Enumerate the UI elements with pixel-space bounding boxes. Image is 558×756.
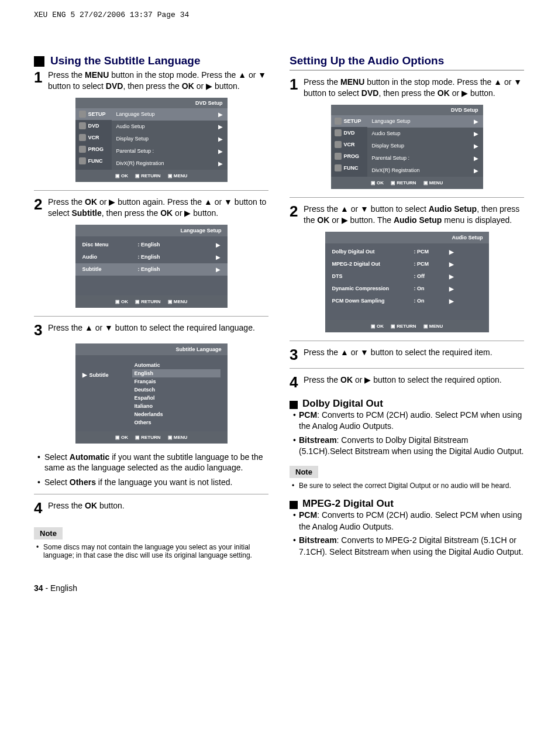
desc-pcm: •PCM: Converts to PCM (2CH) audio. Selec… [290,410,524,432]
step-number: 4 [34,500,48,516]
side-vcr: VCR [75,132,112,143]
side-prog: PROG [331,150,367,162]
square-bullet-icon [290,401,298,409]
chevron-right-icon: ▶ [474,143,478,149]
menu-sidebar: SETUP DVD VCR PROG FUNC [331,115,367,177]
step-text: Press the ▲ or ▼ button to select the re… [48,322,255,334]
menu-row: Parental Setup :▶ [112,145,228,157]
menu-row: Parental Setup :▶ [367,152,483,164]
menu-title: DVD Setup [75,98,228,108]
chevron-right-icon: ▶ [216,242,221,248]
desc-pcm: •PCM: Converts to PCM (2CH) audio. Selec… [290,510,524,532]
menu-footer: OK RETURN MENU [75,431,228,444]
menu-label: MENU [168,299,188,304]
subtitle-list: Automatic English Français Deutsch Españ… [132,361,221,427]
list-item: Italiano [132,402,221,410]
menu-row: Dolby Digital Out: PCM▶ [325,246,489,258]
step-4: 4 Press the OK button. [34,500,268,516]
menu-label: MENU [423,180,443,185]
gear-icon [79,111,86,118]
menu-title: Language Setup [75,225,228,236]
chevron-right-icon: ▶ [474,167,478,174]
side-dvd: DVD [331,127,367,139]
menu-row: Audio: English▶ [75,251,228,263]
step-text: Press the ▲ or ▼ button to select Audio … [304,204,524,226]
step-4: 4 Press the OK or ▶ button to select the… [290,374,524,390]
menu-row: PCM Down Sampling: On▶ [325,295,489,307]
return-label: RETURN [391,324,416,329]
chevron-right-icon: ▶ [218,136,223,142]
step-number: 1 [290,77,304,92]
side-setup: SETUP [75,108,112,120]
step-text: Press the OK or ▶ button to select the r… [304,374,502,386]
subtitle-language-menu: Subtitle Language ▶Subtitle Automatic En… [75,343,228,444]
note-label: Note [34,527,63,539]
note-text: Be sure to select the correct Digital Ou… [290,482,524,490]
chevron-right-icon: ▶ [449,298,454,304]
menu-row: Dynamic Compression: On▶ [325,283,489,295]
step-number: 2 [34,197,48,212]
step-2: 2 Press the OK or ▶ button again. Press … [34,197,268,219]
subsection-title: MPEG-2 Digital Out [290,498,524,510]
menu-footer: OK RETURN MENU [325,320,489,332]
menu-row: DTS: Off▶ [325,270,489,283]
print-header: XEU ENG 5 27/02/2006 13:37 Page 34 [34,11,524,19]
menu-row: Language Setup▶ [112,108,228,121]
chevron-right-icon: ▶ [218,160,223,167]
chevron-right-icon: ▶ [449,249,454,255]
menu-row: DivX(R) Registration▶ [112,157,228,170]
step-2: 2 Press the ▲ or ▼ button to select Audi… [290,204,524,226]
step-text: Press the MENU button in the stop mode. … [48,70,268,92]
side-vcr: VCR [331,139,367,150]
menu-label: MENU [168,435,188,440]
list-item: Select Automatic if you want the subtitl… [37,452,268,474]
step-1: 1 Press the MENU button in the stop mode… [34,70,268,92]
side-dvd: DVD [75,120,112,132]
func-icon [79,157,86,164]
menu-row: Subtitle: English▶ [75,263,228,276]
ok-label: OK [371,180,384,185]
list-item: English [132,369,221,377]
disc-icon [79,122,86,129]
menu-row: Disc Menu: English▶ [75,239,228,251]
menu-row: Display Setup▶ [367,140,483,152]
tape-icon [335,141,342,148]
note-text: Some discs may not contain the language … [34,543,268,559]
note-label: Note [290,466,318,478]
clock-icon [335,153,342,160]
gear-icon [335,118,342,125]
step-number: 3 [290,347,304,362]
menu-title: DVD Setup [331,105,483,115]
disc-icon [335,129,342,136]
left-column: Using the Subtitle Language 1 Press the … [34,54,268,560]
chevron-right-icon: ▶ [218,123,223,130]
menu-row: Language Setup▶ [367,115,483,128]
func-icon [335,164,342,171]
audio-setup-menu: Audio Setup Dolby Digital Out: PCM▶ MPEG… [325,232,489,332]
chevron-right-icon: ▶ [218,111,223,118]
side-func: FUNC [331,162,367,174]
menu-sidebar: SETUP DVD VCR PROG FUNC [75,108,112,170]
dvd-setup-menu: DVD Setup SETUP DVD VCR PROG FUNC Langua… [331,105,483,189]
section-title: Using the Subtitle Language [34,54,268,67]
ok-label: OK [371,324,384,329]
ok-label: OK [115,173,128,178]
chevron-right-icon: ▶ [474,118,478,125]
language-setup-menu: Language Setup Disc Menu: English▶ Audio… [75,225,228,308]
return-label: RETURN [135,435,161,440]
step-1: 1 Press the MENU button in the stop mode… [290,77,524,99]
step-number: 2 [290,204,304,219]
chevron-right-icon: ▶ [474,130,478,137]
menu-footer: OK RETURN MENU [331,177,483,189]
menu-title: Subtitle Language [75,343,228,355]
list-item: Automatic [132,361,221,369]
section-title: Setting Up the Audio Options [290,54,524,67]
chevron-right-icon: ▶ [449,286,454,292]
list-item: Select Others if the language you want i… [37,477,268,488]
bullet-list: Select Automatic if you want the subtitl… [34,452,268,489]
menu-row: Audio Setup▶ [367,128,483,140]
menu-row: Audio Setup▶ [112,121,228,133]
return-label: RETURN [135,173,161,178]
list-item: Español [132,394,221,402]
chevron-right-icon: ▶ [82,372,87,378]
